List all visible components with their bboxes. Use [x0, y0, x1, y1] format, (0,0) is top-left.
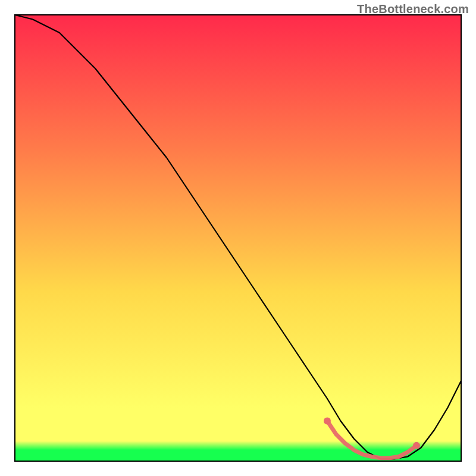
chart-stage: TheBottleneck.com: [0, 0, 476, 476]
bottleneck-chart: [0, 0, 476, 476]
optimal-fit-endpoint: [324, 418, 331, 425]
optimal-fit-endpoint: [413, 442, 420, 449]
gradient-background: [15, 15, 461, 461]
